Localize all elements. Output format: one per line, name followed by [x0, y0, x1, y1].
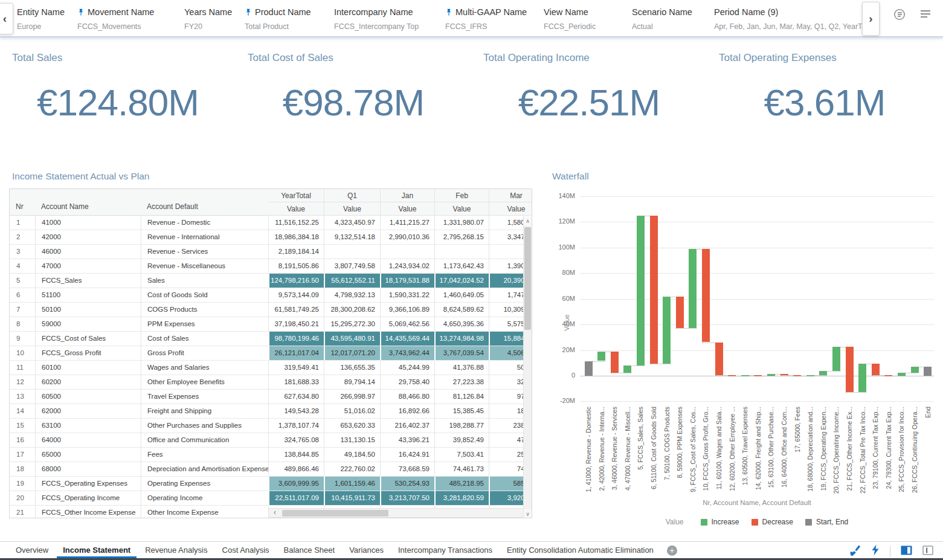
panel-left-filled-icon[interactable]: [901, 546, 912, 558]
waterfall-bar-increase[interactable]: [858, 364, 866, 393]
value-cell[interactable]: 198,288.77: [434, 419, 489, 433]
waterfall-bar-increase[interactable]: [832, 347, 840, 371]
tab-variances[interactable]: Variances: [342, 542, 391, 559]
table-row[interactable]: 20FCCS_Operating IncomeOperating Income2…: [10, 491, 532, 506]
table-horizontal-scrollbar[interactable]: ‹ ›: [268, 508, 532, 518]
pov-item-entity-name[interactable]: Entity NameEurope: [17, 0, 77, 36]
tab-cost-analysis[interactable]: Cost Analysis: [215, 542, 277, 559]
value-cell[interactable]: 73,668.59: [380, 462, 434, 477]
value-cell[interactable]: 124,798,216.50: [268, 274, 324, 288]
table-row[interactable]: 19FCCS_Operating ExpensesOperating Expen…: [10, 477, 532, 491]
table-row[interactable]: 141000Revenue - Domestic11,516,152.254,3…: [10, 216, 532, 230]
value-cell[interactable]: 530,254.93: [380, 477, 434, 491]
table-vertical-scrollbar[interactable]: ∧ ∨: [523, 216, 532, 518]
value-cell[interactable]: 1,331,980.07: [434, 216, 489, 230]
waterfall-bar-end[interactable]: [924, 367, 932, 376]
pov-item-years-name[interactable]: Years NameFY20: [184, 0, 245, 36]
value-cell[interactable]: 9,366,106.89: [380, 303, 434, 317]
value-cell[interactable]: 12,017,071.20: [324, 346, 380, 361]
value-cell[interactable]: 2,795,268.15: [434, 230, 489, 245]
value-cell[interactable]: 1,378,107.74: [268, 419, 324, 433]
pov-item-scenario-name[interactable]: Scenario NameActual: [632, 0, 714, 36]
value-cell[interactable]: 17,042,024.52: [434, 274, 489, 288]
waterfall-bar-decrease[interactable]: [676, 297, 684, 328]
table-row[interactable]: 750100COGS Products61,581,749.2528,300,2…: [10, 303, 532, 317]
value-cell[interactable]: 3,767,039.54: [434, 346, 489, 361]
value-cell[interactable]: 11,516,152.25: [268, 216, 324, 230]
table-row[interactable]: 447000Revenue - Miscellaneous8,191,505.8…: [10, 259, 532, 274]
value-cell[interactable]: 88,466.80: [380, 390, 434, 404]
value-cell[interactable]: 653,620.33: [324, 419, 380, 433]
value-cell[interactable]: 1,601,159.46: [324, 477, 380, 491]
table-row[interactable]: 1260200Other Employee Benefits181,688.33…: [10, 375, 532, 390]
tab-balance-sheet[interactable]: Balance Sheet: [277, 542, 343, 559]
value-cell[interactable]: 131,130.15: [324, 433, 380, 448]
value-cell[interactable]: [434, 245, 489, 259]
value-cell[interactable]: 29,758.40: [380, 375, 434, 390]
value-cell[interactable]: 627,634.80: [268, 390, 324, 404]
table-row[interactable]: 1868000Depreciation and Amortisation Exp…: [10, 462, 532, 477]
value-cell[interactable]: 3,281,820.59: [434, 491, 489, 506]
table-row[interactable]: 9FCCS_Cost of SalesCost of Sales98,780,1…: [10, 332, 532, 346]
column-header-nr[interactable]: Nr: [10, 202, 35, 211]
pov-item-movement-name[interactable]: Movement NameFCCS_Movements: [77, 0, 184, 36]
value-cell[interactable]: 1,173,642.43: [434, 259, 489, 274]
waterfall-chart[interactable]: 140M120M100M80M60M40M20M0-20M1, 41000, R…: [550, 171, 942, 536]
value-cell[interactable]: 18,986,384.18: [268, 230, 324, 245]
value-cell[interactable]: 89,794.14: [324, 375, 380, 390]
value-cell[interactable]: 37,198,450.21: [268, 317, 324, 332]
value-cell[interactable]: 41,376.88: [434, 361, 489, 375]
legend-item-decrease[interactable]: Decrease: [752, 518, 793, 526]
value-cell[interactable]: 138,844.85: [268, 448, 324, 462]
value-cell[interactable]: 98,780,199.46: [268, 332, 324, 346]
value-cell[interactable]: 1,460,649.05: [434, 288, 489, 303]
value-cell[interactable]: 222,760.02: [324, 462, 380, 477]
value-cell[interactable]: 181,688.33: [268, 375, 324, 390]
value-cell[interactable]: 74,461.73: [434, 462, 489, 477]
value-cell[interactable]: 4,650,395.36: [434, 317, 489, 332]
value-cell[interactable]: 16,424.91: [380, 448, 434, 462]
table-row[interactable]: 1462000Freight and Shipping149,543.2851,…: [10, 404, 532, 419]
value-cell[interactable]: 22,511,017.09: [268, 491, 324, 506]
value-cell[interactable]: 45,244.99: [380, 361, 434, 375]
tab-income-statement[interactable]: Income Statement: [56, 542, 138, 559]
pov-scroll-left-button[interactable]: ‹: [0, 3, 13, 34]
value-cell[interactable]: 39,852.49: [434, 433, 489, 448]
value-cell[interactable]: 51,016.02: [324, 404, 380, 419]
tab-revenue-analysis[interactable]: Revenue Analysis: [138, 542, 214, 559]
value-cell[interactable]: 4,798,932.13: [324, 288, 380, 303]
value-cell[interactable]: 266,998.97: [324, 390, 380, 404]
pov-item-multi-gaap-name[interactable]: Multi-GAAP NameFCCS_IFRS: [445, 0, 544, 36]
table-row[interactable]: 5FCCS_SalesSales124,798,216.5055,612,552…: [10, 274, 532, 288]
value-cell[interactable]: 136,655.35: [324, 361, 380, 375]
kpi-tile-total-sales[interactable]: Total Sales€124.80M: [0, 39, 236, 141]
column-header-account-name[interactable]: Account Name: [35, 202, 141, 211]
value-cell[interactable]: 1,243,934.02: [380, 259, 434, 274]
value-cell[interactable]: [324, 245, 380, 259]
waterfall-bar-increase[interactable]: [663, 297, 671, 363]
table-row[interactable]: 242000Revenue - International18,986,384.…: [10, 230, 532, 245]
tab-overview[interactable]: Overview: [8, 542, 56, 559]
value-cell[interactable]: 43,595,480.91: [324, 332, 380, 346]
value-cell[interactable]: 319,549.41: [268, 361, 324, 375]
column-header-jan[interactable]: Jan: [380, 189, 434, 202]
value-cell[interactable]: 216,402.37: [380, 419, 434, 433]
value-cell[interactable]: 8,624,589.62: [434, 303, 489, 317]
value-cell[interactable]: 15,385.45: [434, 404, 489, 419]
table-row[interactable]: 10FCCS_Gross ProfitGross Profit26,121,01…: [10, 346, 532, 361]
pov-item-period-name-9[interactable]: Period Name (9)Apr, Feb, Jan, Jun, Mar, …: [714, 0, 864, 36]
kpi-tile-total-cost-of-sales[interactable]: Total Cost of Sales€98.78M: [236, 39, 471, 141]
panel-outline-icon[interactable]: [922, 546, 933, 558]
value-cell[interactable]: 81,126.84: [434, 390, 489, 404]
value-cell[interactable]: 485,218.95: [434, 477, 489, 491]
value-cell[interactable]: 2,189,184.14: [268, 245, 324, 259]
value-cell[interactable]: [380, 245, 434, 259]
value-cell[interactable]: 18,179,531.88: [380, 274, 434, 288]
pov-item-intercompany-name[interactable]: Intercompany NameFCCS_Intercompany Top: [334, 0, 445, 36]
pov-scroll-right-button[interactable]: ›: [862, 2, 880, 36]
table-row[interactable]: 859000PPM Expenses37,198,450.2115,295,27…: [10, 317, 532, 332]
column-header-q1[interactable]: Q1: [324, 189, 380, 202]
waterfall-bar-decrease[interactable]: [702, 249, 710, 342]
column-header-account-default[interactable]: Account Default: [141, 202, 268, 211]
value-cell[interactable]: 8,191,505.86: [268, 259, 324, 274]
